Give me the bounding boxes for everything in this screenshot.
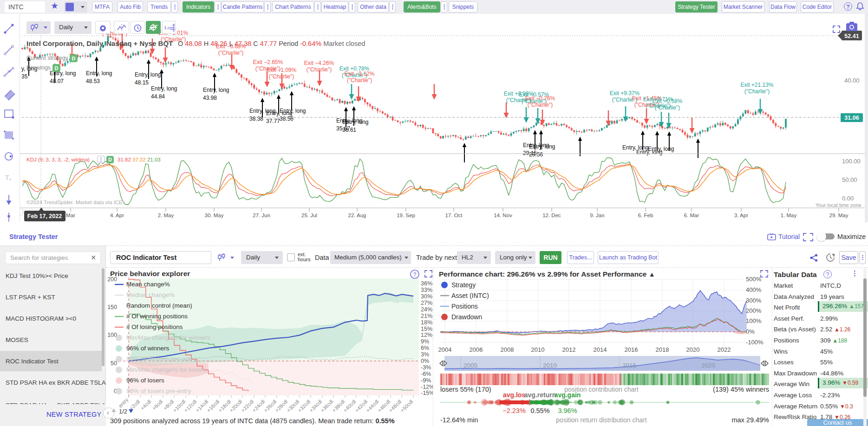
- svg-text:21%: 21%: [421, 313, 432, 319]
- svg-text:29. May: 29. May: [829, 213, 848, 218]
- svg-text:Entry, long: Entry, long: [203, 87, 229, 93]
- svg-text:Tₓ: Tₓ: [5, 174, 12, 181]
- svg-text:300%: 300%: [746, 297, 762, 304]
- svg-text:Entry, long: Entry, long: [529, 143, 555, 150]
- svg-text:D: D: [55, 65, 59, 71]
- svg-text:Entry, long: Entry, long: [636, 149, 662, 155]
- svg-text:Feb 17, 2022: Feb 17, 2022: [27, 213, 62, 219]
- svg-text:-6%: -6%: [421, 371, 431, 377]
- svg-text:losers 55% (170): losers 55% (170): [440, 386, 491, 393]
- svg-text:Intel Corporation, Daily, Nasd: Intel Corporation, Daily, Nasdaq + Nyse …: [26, 39, 173, 47]
- svg-text:0%: 0%: [421, 358, 429, 364]
- svg-text:1/2: 1/2: [119, 408, 127, 415]
- svg-text:Entry, long: Entry, long: [280, 108, 306, 114]
- svg-text:100: 100: [107, 332, 117, 338]
- svg-text:Exit +21.13%: Exit +21.13%: [740, 82, 773, 88]
- svg-text:2016: 2016: [625, 346, 638, 353]
- svg-text:96% of losers pre-entry: 96% of losers pre-entry: [126, 387, 191, 394]
- svg-text:# Of losing positions: # Of losing positions: [126, 323, 183, 330]
- svg-text:Exit +0.58%: Exit +0.58%: [653, 98, 683, 104]
- svg-text:40.00: 40.00: [844, 77, 860, 84]
- svg-text:+40cdl: +40cdl: [342, 399, 357, 413]
- svg-text:2005: 2005: [463, 362, 477, 369]
- svg-text:Entry, long: Entry, long: [342, 119, 368, 125]
- svg-text:38.56: 38.56: [280, 116, 294, 122]
- svg-text:+36cdl: +36cdl: [320, 399, 334, 413]
- svg-text:Exit −4.26%: Exit −4.26%: [304, 60, 334, 66]
- svg-text:-100%: -100%: [746, 339, 764, 346]
- svg-text:6%: 6%: [421, 345, 429, 351]
- svg-text:-15%: -15%: [421, 390, 433, 396]
- svg-text:Mean change%: Mean change%: [126, 281, 170, 288]
- svg-text:2014: 2014: [594, 346, 607, 353]
- svg-text:(139) 45% winners: (139) 45% winners: [713, 386, 769, 393]
- svg-text:50: 50: [111, 360, 117, 367]
- svg-text:25. Jul: 25. Jul: [301, 213, 317, 218]
- svg-text:+16cdl: +16cdl: [206, 399, 221, 413]
- svg-text:24%: 24%: [421, 306, 432, 313]
- svg-text:48.53: 48.53: [86, 78, 100, 84]
- svg-text:avg.gain: avg.gain: [555, 391, 581, 399]
- svg-text:2008: 2008: [501, 346, 514, 353]
- svg-text:17. Oct: 17. Oct: [445, 213, 463, 218]
- svg-text:31.06: 31.06: [844, 115, 859, 121]
- svg-text:3. Apr: 3. Apr: [734, 213, 748, 218]
- svg-text:9. Jan: 9. Jan: [590, 213, 604, 218]
- svg-text:36.61: 36.61: [342, 127, 356, 133]
- svg-text:Strategy: Strategy: [451, 281, 476, 289]
- svg-text:200%: 200%: [746, 307, 762, 314]
- svg-text:9%: 9%: [421, 338, 429, 345]
- svg-text:Entry, long: Entry, long: [86, 70, 112, 77]
- svg-text:("Charlie"): ("Charlie"): [528, 102, 553, 108]
- svg-text:2015: 2015: [622, 362, 636, 369]
- svg-text:Entry, long: Entry, long: [135, 71, 161, 78]
- svg-text:⋮: ⋮: [98, 157, 104, 162]
- svg-text:36%: 36%: [421, 280, 432, 287]
- svg-text:("Charlie"): ("Charlie"): [218, 50, 244, 56]
- svg-text:6. Mar: 6. Mar: [684, 213, 699, 218]
- svg-text:("Charlie"): ("Charlie"): [347, 77, 372, 84]
- svg-text:2012: 2012: [562, 346, 576, 353]
- svg-text:50.00: 50.00: [842, 176, 857, 183]
- svg-text:avg.return: avg.return: [524, 391, 556, 399]
- svg-text:entry: entry: [117, 397, 130, 409]
- svg-text:48.07: 48.07: [50, 78, 64, 84]
- svg-text:Exit −1.09%: Exit −1.09%: [267, 67, 297, 73]
- svg-text:48.15: 48.15: [135, 79, 149, 86]
- svg-text:2022: 2022: [718, 346, 731, 353]
- svg-text:# Of winning positions: # Of winning positions: [126, 313, 188, 320]
- svg-text:2018: 2018: [656, 346, 669, 353]
- svg-text:2006: 2006: [470, 346, 483, 353]
- svg-text:Exit −2.65%: Exit −2.65%: [253, 59, 283, 65]
- svg-text:3%: 3%: [421, 351, 429, 358]
- svg-text:Current strategy: Current strategy: [26, 55, 68, 61]
- svg-text:-12.64% min: -12.64% min: [440, 416, 478, 424]
- svg-text:Drawings: Drawings: [26, 65, 51, 71]
- svg-text:19. Sep: 19. Sep: [397, 213, 415, 218]
- svg-text:+28cdl: +28cdl: [274, 399, 289, 413]
- svg-text:position return distribution c: position return distribution chart: [556, 416, 646, 424]
- svg-text:44.84: 44.84: [151, 93, 165, 100]
- svg-text:100.00: 100.00: [842, 158, 861, 165]
- svg-text:27%: 27%: [421, 300, 432, 306]
- svg-text:12%: 12%: [421, 332, 432, 338]
- svg-text:Drawdown: Drawdown: [451, 313, 482, 321]
- svg-text:1. May: 1. May: [781, 213, 797, 218]
- svg-text:0%: 0%: [746, 328, 755, 335]
- svg-text:avg.los: avg.los: [503, 391, 525, 399]
- svg-text:15%: 15%: [421, 326, 432, 332]
- svg-text:14. Nov: 14. Nov: [494, 213, 512, 218]
- svg-text:2020: 2020: [701, 362, 715, 369]
- svg-text:38.38: 38.38: [249, 116, 263, 122]
- svg-text:2. May: 2. May: [158, 213, 174, 218]
- svg-text:Min/Max change% for losers: Min/Max change% for losers: [126, 366, 206, 373]
- svg-text:4. Apr: 4. Apr: [110, 213, 124, 218]
- svg-text:D: D: [108, 157, 112, 162]
- svg-text:6. Feb: 6. Feb: [638, 213, 653, 218]
- svg-text:+44cdl: +44cdl: [365, 399, 380, 413]
- svg-text:-3%: -3%: [421, 364, 431, 371]
- svg-text:Median change%: Median change%: [126, 291, 175, 298]
- svg-text:35: 35: [21, 73, 28, 80]
- svg-text:+12cdl: +12cdl: [183, 399, 198, 413]
- svg-text:37.77: 37.77: [266, 118, 280, 124]
